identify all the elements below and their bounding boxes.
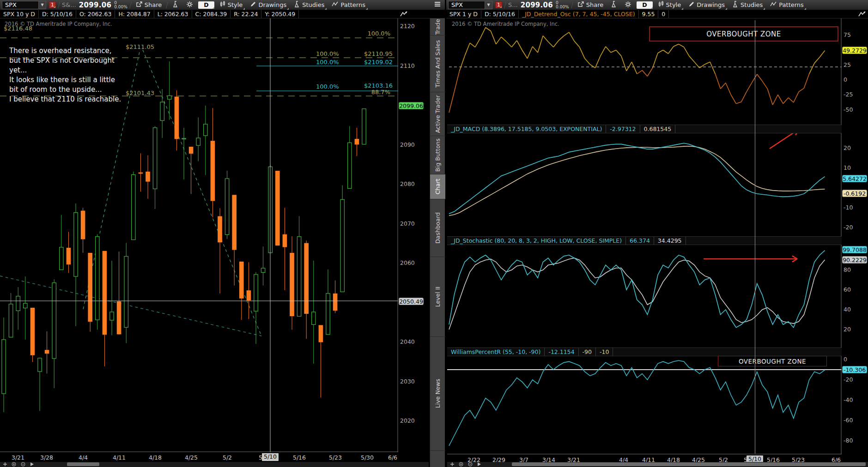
indicator-header-cell: _JD_MACD (8.3896, 17.5185, 9.0503, EXPON… [447,125,606,133]
candle-body [146,172,150,181]
date-tick-label: 5/2 [217,454,237,461]
right-scrollbar-thumb[interactable] [512,462,866,466]
candle [38,358,42,411]
date-tick-label: 3/21 [8,454,28,461]
studies-button[interactable]: Studies [291,0,327,10]
detrend-series [553,41,558,47]
left-scrollbar-thumb[interactable] [67,462,99,466]
sidebar-tab-big-buttons[interactable]: Big Buttons [430,136,445,174]
study-cell: 9.55 [639,10,659,18]
date-tick-label: 5/23 [325,454,346,461]
detrend-series [480,27,486,38]
candle-body [319,325,322,342]
zoom-controls[interactable] [3,462,58,467]
sidebar-tab-label: Big Buttons [434,138,441,172]
sidebar-tab-chart[interactable]: Chart [430,174,445,199]
sidebar-tab-times-and-sales[interactable]: Times And Sales [430,36,445,92]
fib-label: $2110.95 [364,50,393,57]
detrend-series [460,56,465,71]
timeframe-button[interactable]: D [637,1,652,9]
candle-body [153,128,157,189]
detrend-series [804,74,809,88]
candle [348,126,352,188]
right-study-row: SPX 1 y DD: 5/10/16_JD_Detrend_Osc (7, 7… [446,10,868,18]
menu-button[interactable] [432,0,443,10]
detrend-series [543,36,548,42]
price-tick-label: 2090 [400,141,415,148]
share-button[interactable]: Share [134,0,164,10]
sidebar-tab-trade[interactable]: Trade [430,18,445,36]
sidebar-tab-label: Trade [434,19,441,35]
detrend-series [616,50,621,56]
analysis-flask-button[interactable] [170,0,181,10]
patterns-label: Patterns [340,1,365,8]
date-tick-label: 5/30 [357,454,377,461]
detrend-series [705,62,710,64]
indicator-header-cell: -90 [579,348,596,356]
study-tick-label: -10 [844,204,853,211]
candle-body [232,195,236,250]
candle [110,261,114,335]
timeframe-button[interactable]: D [198,1,214,9]
detrend-series [601,47,606,56]
ohlc-cell: R: 22.24 [231,10,261,18]
fib-label: 100.0% [367,30,390,37]
detrend-series [538,36,543,53]
price-tick-label: 2040 [400,338,415,345]
settings-gear-button[interactable] [622,0,634,10]
candle [81,208,85,252]
price-tick-label: 2120 [400,23,415,30]
study-tick-label: 25 [844,61,851,68]
chevron-down-icon[interactable]: ▼ [38,1,46,9]
chevron-down-icon[interactable]: ▼ [485,1,492,9]
patterns-button[interactable]: Patterns [768,0,806,10]
candle [326,269,330,335]
drawings-button[interactable]: Drawings [686,0,727,10]
gear-icon [625,1,631,9]
analysis-flask-button[interactable] [608,0,619,10]
study-tick-label: -50 [844,106,853,113]
candle-body [110,312,114,320]
candle-body [160,102,164,120]
share-button[interactable]: Share [575,0,606,10]
left-bottom-bar [0,462,429,467]
alert-badge[interactable]: 1 [49,1,56,8]
style-button[interactable]: Style [656,0,684,10]
drawings-button[interactable]: Drawings [248,0,289,10]
alert-badge[interactable]: 1 [495,1,502,8]
candle-body [304,243,308,313]
sidebar-tab-live-news[interactable]: Live News [430,337,445,451]
candle [355,128,358,156]
date-tick-label: 6/6 [382,454,403,461]
detrend-series [621,56,626,71]
left-ohlc-row: SPX 10 y DD: 5/10/16O: 2062.63H: 2084.87… [0,10,445,18]
candle [283,208,286,290]
detrend-series [809,63,814,74]
candle [30,308,34,362]
chart-annotation-text: There is overhead resistance, but the SP… [9,46,152,104]
detrend-series [773,95,778,105]
indicator-header-cell: 0.681545 [640,125,676,133]
patterns-button[interactable]: Patterns [329,0,368,10]
detrend-series [757,74,762,81]
detrend-series [747,83,752,91]
studies-button[interactable]: Studies [730,0,765,10]
chart-mode-icon[interactable] [400,11,408,19]
study-tick-label: -25 [844,91,853,98]
indicator-header-cell: WilliamsPercentR (55, -10, -90) [447,348,545,356]
settings-gear-button[interactable] [184,0,195,10]
flask-icon [732,1,739,9]
detrend-series [606,47,611,53]
sidebar-tab-dashboard[interactable]: Dashboard [430,199,445,257]
sidebar-tab-level-ii[interactable]: Level II [430,257,445,337]
detrend-series [741,92,747,102]
style-button[interactable]: Style [217,0,245,10]
symbol-input[interactable]: SPX ▼ [448,1,492,9]
detrend-series [611,50,616,53]
study-tick-label: 0 [844,76,847,83]
study-tick-label: -40 [844,396,853,403]
zoom-controls[interactable] [450,462,505,467]
chart-mode-icon[interactable] [858,11,867,19]
symbol-input[interactable]: SPX ▼ [2,1,46,9]
sidebar-tab-active-trader[interactable]: Active Trader [430,92,445,136]
